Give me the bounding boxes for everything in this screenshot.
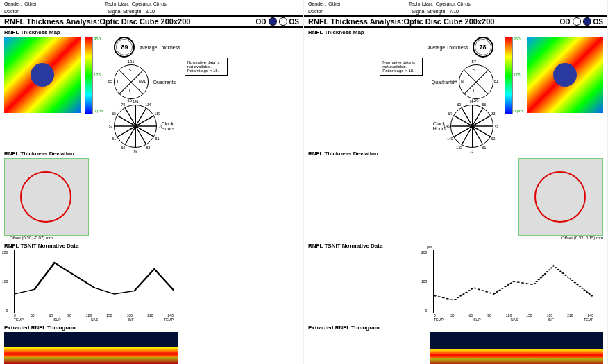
eye-os-label: OS: [289, 18, 299, 26]
tomogram: [430, 332, 603, 364]
meta-row-2: Doctor: Signal Strength:8/10: [0, 8, 303, 15]
title-bar: RNFL Thickness Analysis:Optic Disc Cube …: [0, 15, 303, 28]
tomogram-label: Extracted RNFL Tomogram: [0, 322, 303, 332]
thickness-map-label: RNFL Thickness Map: [304, 28, 607, 35]
meta-row-1: Gender:Other Technician:Operator, Cirrus: [304, 0, 607, 8]
eye-od-icon: [573, 17, 581, 26]
report-os: Gender:Other Technician:Operator, Cirrus…: [304, 0, 608, 364]
thickness-map: [4, 37, 81, 113]
eye-os-icon: [583, 17, 591, 26]
title-bar: RNFL Thickness Analysis:Optic Disc Cube …: [304, 15, 607, 28]
eye-os-label: OS: [593, 18, 603, 26]
analysis-title: RNFL Thickness Analysis:Optic Disc Cube …: [4, 17, 190, 26]
quadrants: 131 91 69 T S N I 65 Quadrants: [114, 64, 180, 99]
average-thickness: 89 Average Thickness: [114, 37, 180, 58]
eye-od-label: OD: [560, 18, 571, 26]
tomogram: [4, 332, 178, 364]
meta-row-2: Doctor: Signal Strength:7/10: [304, 8, 607, 15]
eye-od-label: OD: [256, 18, 267, 26]
clock-hours: 141134119768188696051576570 Clock Hours: [114, 105, 180, 148]
tsnit-label: RNFL TSNIT Normative Data: [0, 241, 303, 249]
deviation-map: [4, 158, 89, 236]
deviation-map: [518, 158, 603, 236]
colorbar: [505, 37, 513, 114]
average-thickness: 78 Average Thickness: [427, 37, 493, 58]
offset-text: Offset (0.30; -0.07) mm: [4, 236, 89, 240]
tomogram-label: Extracted RNFL Tomogram: [304, 322, 607, 332]
tsnit-plot-os: µm 2001000: [433, 250, 593, 313]
meta-row-1: Gender:Other Technician:Operator, Cirrus: [0, 0, 303, 8]
analysis-title: RNFL Thickness Analysis:Optic Disc Cube …: [308, 17, 494, 26]
report-od: Gender:Other Technician:Operator, Cirrus…: [0, 0, 304, 364]
eye-os-icon: [279, 17, 287, 26]
tsnit-label: RNFL TSNIT Normative Data: [304, 241, 607, 249]
tsnit-plot-od: µm 2001000: [14, 250, 174, 313]
offset-text: Offset (0.32; 0.15) mm: [518, 236, 603, 240]
eye-od-icon: [269, 17, 277, 26]
colorbar: [85, 37, 93, 114]
thickness-map-label: RNFL Thickness Map: [0, 28, 303, 35]
clock-hours: 695633455261731321401456462 Clock Hours: [427, 105, 493, 148]
thickness-map: [527, 37, 603, 113]
deviation-label: RNFL Thickness Deviation: [304, 149, 607, 157]
normative-note: Normative data is not available. Patient…: [185, 58, 228, 76]
quadrants: 57 64 129 N S T I 61 Quadrants: [427, 64, 493, 99]
normative-note: Normative data is not available. Patient…: [380, 58, 423, 76]
deviation-label: RNFL Thickness Deviation: [0, 149, 303, 157]
